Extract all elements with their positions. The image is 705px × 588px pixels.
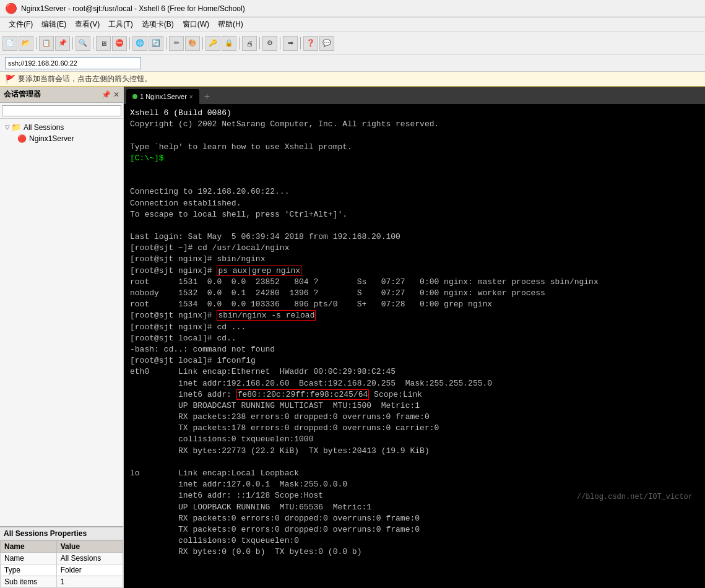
info-flag: 🚩 (5, 74, 15, 84)
properties-table: Name Value Name All Sessions Type Folder… (0, 540, 123, 588)
term-cmd7: [root@sjt local]# ifconfig (130, 356, 256, 365)
term-eth0-8: RX bytes:22773 (22.2 KiB) TX bytes:20413… (130, 446, 430, 456)
menu-view[interactable]: 查看(V) (71, 18, 103, 31)
all-sessions-item[interactable]: ▽ 📁 All Sessions (2, 121, 121, 133)
term-err: -bash: cd..: command not found (130, 345, 275, 354)
term-lo-2: inet addr:127.0.0.1 Mask:255.0.0.0 (130, 480, 347, 489)
prop-subitems-label: Sub items (1, 576, 57, 588)
sidebar-title: 会话管理器 (4, 89, 41, 100)
lock-button[interactable]: 🔒 (222, 36, 236, 51)
paste-button[interactable]: 📌 (55, 36, 70, 51)
title-bar: 🔴 Nginx1Server - root@sjt:/usr/local - X… (0, 0, 705, 17)
term-lo-3: inet6 addr: ::1/128 Scope:Host (130, 491, 323, 500)
sidebar: 会话管理器 📌 ✕ ▽ 📁 All Sessions 🔴 Nginx1Serve… (0, 87, 124, 588)
menu-window[interactable]: 窗口(W) (179, 18, 213, 31)
copy-button[interactable]: 📋 (39, 36, 54, 51)
sidebar-header: 会话管理器 📌 ✕ (0, 87, 123, 103)
info-bar: 🚩 要添加当前会话，点击左侧的箭头控钮。 (0, 72, 705, 87)
sidebar-pin-button[interactable]: 📌 (102, 90, 111, 99)
key-button[interactable]: 🔑 (205, 36, 220, 51)
help-button[interactable]: ❓ (303, 36, 318, 51)
toolbar: 📄 📂 📋 📌 🔍 🖥 ⛔ 🌐 🔄 ✏ 🎨 🔑 🔒 🖨 ⚙ ➡ ❓ 💬 (0, 32, 705, 54)
expand-icon: ▽ (5, 124, 10, 131)
open-button[interactable]: 📂 (19, 36, 33, 51)
term-eth0-1: eth0 Link encap:Ethernet HWaddr 00:0C:29… (130, 367, 405, 376)
main-area: 会话管理器 📌 ✕ ▽ 📁 All Sessions 🔴 Nginx1Serve… (0, 87, 705, 588)
properties-panel: All Sessions Properties Name Value Name … (0, 526, 123, 588)
menu-bar: 文件(F) 编辑(E) 查看(V) 工具(T) 选项卡(B) 窗口(W) 帮助(… (0, 17, 705, 32)
term-cmd2: [root@sjt nginx]# sbin/nginx (130, 254, 265, 264)
prop-type-value: Folder (56, 564, 123, 576)
prop-row-name: Name All Sessions (1, 553, 123, 564)
nginx-server-item[interactable]: 🔴 Nginx1Server (2, 133, 121, 144)
chat-button[interactable]: 💬 (319, 36, 334, 51)
session-search-input[interactable] (2, 105, 121, 116)
transfer-button[interactable]: 🌐 (132, 36, 147, 51)
term-ps2: nobody 1532 0.0 0.1 24280 1396 ? S 07:27… (130, 288, 545, 298)
term-lastlogin: Last login: Sat May 5 06:39:34 2018 from… (130, 232, 400, 241)
sftp-button[interactable]: 🔄 (149, 36, 163, 51)
print-button[interactable]: 🖨 (242, 36, 257, 51)
address-input[interactable] (5, 57, 141, 69)
prop-col-value: Value (56, 541, 123, 553)
prop-subitems-value: 1 (56, 576, 123, 588)
tab-bar: 1 Nginx1Server × + (124, 87, 705, 104)
server-icon: 🔴 (17, 134, 27, 143)
properties-header: All Sessions Properties (0, 527, 123, 540)
term-eth0-3: inet6 addr: fe80::20c:29ff:fe98:c245/64 … (130, 389, 422, 400)
menu-tabs[interactable]: 选项卡(B) (138, 18, 178, 31)
title-text: Nginx1Server - root@sjt:/usr/local - Xsh… (21, 4, 245, 13)
term-escape: To escape to local shell, press 'Ctrl+Al… (130, 210, 347, 219)
color-button[interactable]: 🎨 (185, 36, 200, 51)
term-lo-1: lo Link encap:Local Loopback (130, 469, 299, 478)
term-eth0-5: RX packets:238 errors:0 dropped:0 overru… (130, 412, 430, 422)
menu-edit[interactable]: 编辑(E) (38, 18, 70, 31)
send-button[interactable]: ➡ (283, 36, 298, 51)
term-cmd4-pre: [root@sjt nginx]# (130, 311, 217, 320)
find-button[interactable]: 🔍 (76, 36, 90, 51)
prop-col-name: Name (1, 541, 57, 553)
prop-name-label: Name (1, 553, 57, 564)
menu-tools[interactable]: 工具(T) (105, 18, 136, 31)
folder-icon: 📁 (11, 123, 21, 132)
term-ps1: root 1531 0.0 0.0 23852 804 ? Ss 07:27 0… (130, 277, 599, 287)
menu-help[interactable]: 帮助(H) (214, 18, 247, 31)
sidebar-icons: 📌 ✕ (102, 90, 119, 99)
nginx-server-label: Nginx1Server (29, 134, 74, 143)
menu-file[interactable]: 文件(F) (5, 18, 37, 31)
term-eth0-6: TX packets:178 errors:0 dropped:0 overru… (130, 423, 439, 433)
active-tab[interactable]: 1 Nginx1Server × (126, 89, 199, 104)
term-cmd4-hl: sbin/nginx -s reload (217, 310, 316, 321)
prop-row-subitems: Sub items 1 (1, 576, 123, 588)
tab-close-button[interactable]: × (189, 93, 193, 100)
disconnect-button[interactable]: ⛔ (112, 36, 127, 51)
all-sessions-label: All Sessions (24, 123, 64, 132)
address-bar (0, 54, 705, 72)
term-cmd6: [root@sjt local]# cd.. (130, 334, 236, 343)
app-icon: 🔴 (5, 2, 17, 14)
new-tab-button[interactable]: + (201, 89, 214, 104)
prop-name-value: All Sessions (56, 553, 123, 564)
term-cmd3-hl: ps aux|grep nginx (217, 266, 301, 276)
prop-row-type: Type Folder (1, 564, 123, 576)
term-lo-6: TX packets:0 errors:0 dropped:0 overruns… (130, 525, 420, 534)
term-cmd3-pre: [root@sjt nginx]# (130, 266, 217, 275)
style-button[interactable]: ✏ (169, 36, 184, 51)
tab-label: 1 Nginx1Server (140, 93, 187, 100)
sidebar-search (0, 103, 123, 119)
sidebar-close-button[interactable]: ✕ (113, 90, 119, 99)
connect-button[interactable]: 🖥 (96, 36, 111, 51)
term-lo-5: RX packets:0 errors:0 dropped:0 overruns… (130, 514, 420, 523)
term-prompt: [C:\~]$ (130, 153, 164, 163)
term-line-3: Type `help' to learn how to use Xshell p… (130, 142, 352, 152)
term-line-2: Copyright (c) 2002 NetSarang Computer, I… (130, 119, 439, 129)
term-connecting: Connecting to 192.168.20.60:22... (130, 187, 289, 196)
session-tree: ▽ 📁 All Sessions 🔴 Nginx1Server (0, 119, 123, 526)
new-session-button[interactable]: 📄 (2, 36, 17, 51)
macro-button[interactable]: ⚙ (262, 36, 277, 51)
tab-status-dot (132, 94, 137, 99)
term-eth0-4: UP BROADCAST RUNNING MULTICAST MTU:1500 … (130, 401, 420, 410)
info-text: 要添加当前会话，点击左侧的箭头控钮。 (18, 74, 152, 84)
terminal-output[interactable]: Xshell 6 (Build 0086) Copyright (c) 2002… (124, 104, 705, 588)
term-lo-8: RX bytes:0 (0.0 b) TX bytes:0 (0.0 b) (130, 547, 361, 556)
